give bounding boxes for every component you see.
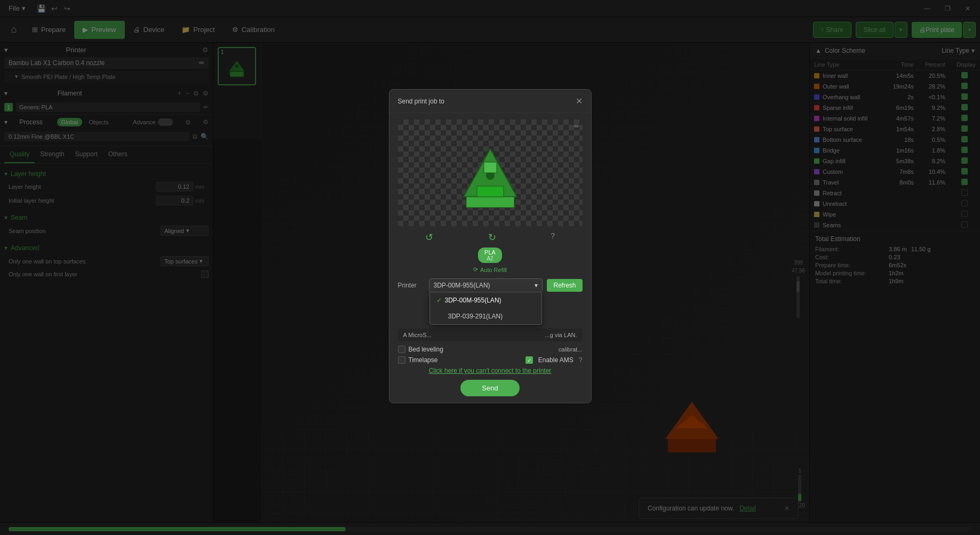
bed-leveling-label: Bed leveling <box>409 346 443 353</box>
ams-help-icon[interactable]: ? <box>579 356 583 364</box>
printer-selected-value: 3DP-00M-955(LAN) <box>434 282 535 289</box>
modal-close-button[interactable]: ✕ <box>576 96 583 106</box>
filament-indicator-row: PLA A2 <box>398 247 583 263</box>
calibrate-label: calibrat... <box>559 346 583 353</box>
svg-rect-7 <box>466 197 514 207</box>
enable-ams-label: Enable AMS <box>538 356 573 364</box>
printer-option-1[interactable]: ✓ 3DP-00M-955(LAN) <box>430 292 542 308</box>
printer-selector-row: Printer 3DP-00M-955(LAN) ▾ ✓ 3DP-00M-955… <box>398 278 583 292</box>
bed-leveling-checkbox[interactable] <box>398 346 405 353</box>
auto-refill-toggle[interactable]: ⟳ Auto Refill <box>473 266 507 273</box>
printer-option-2[interactable]: 3DP-039-291(LAN) <box>430 308 542 324</box>
modal-body: ✏ ↺ ↻ ? PLA A2 <box>389 113 591 403</box>
printer-option-1-label: 3DP-00M-955(LAN) <box>445 297 501 304</box>
printer-select-chevron: ▾ <box>535 282 538 289</box>
send-print-modal: Send print job to ✕ ✏ ↺ ↻ ? <box>389 89 592 403</box>
send-button[interactable]: Send <box>460 380 519 396</box>
auto-refill-icon: ⟳ <box>473 266 478 273</box>
timelapse-checkbox[interactable] <box>398 356 405 364</box>
check-icon: ✓ <box>436 297 442 304</box>
filament-pill: PLA A2 <box>478 247 502 263</box>
timelapse-row: Timelapse ✓ Enable AMS ? <box>398 356 583 364</box>
rotate-left-icon[interactable]: ↺ <box>425 231 433 243</box>
bed-leveling-row: Bed leveling calibrat... <box>398 346 583 353</box>
auto-refill-label: Auto Refill <box>480 267 507 273</box>
help-icon[interactable]: ? <box>551 231 555 243</box>
enable-ams-checkbox[interactable]: ✓ <box>525 356 533 364</box>
modal-title: Send print job to <box>398 98 444 105</box>
printer-select[interactable]: 3DP-00M-955(LAN) ▾ ✓ 3DP-00M-955(LAN) 3D… <box>429 278 543 292</box>
printer-option-2-label: 3DP-039-291(LAN) <box>448 313 503 320</box>
preview-edit-icon[interactable]: ✏ <box>574 123 579 130</box>
printer-dropdown: ✓ 3DP-00M-955(LAN) 3DP-039-291(LAN) <box>429 292 543 325</box>
svg-rect-8 <box>477 186 504 197</box>
rotate-controls: ↺ ↻ ? <box>398 231 583 243</box>
filament-id-label: A2 <box>484 255 496 261</box>
microsd-text2: ...g via LAN. <box>545 332 577 338</box>
modal-model-preview <box>448 133 533 213</box>
microsd-notice: A MicroS... ...g via LAN. <box>398 329 583 341</box>
modal-header: Send print job to ✕ <box>389 90 591 113</box>
printer-field-label: Printer <box>398 282 425 289</box>
modal-preview: ✏ <box>398 119 583 226</box>
modal-overlay[interactable]: Send print job to ✕ ✏ ↺ ↻ ? <box>0 0 980 535</box>
rotate-right-icon[interactable]: ↻ <box>488 231 496 243</box>
timelapse-label: Timelapse <box>409 356 438 364</box>
send-button-wrap: Send <box>398 380 583 396</box>
microsd-text: A MicroS... <box>403 332 432 338</box>
svg-rect-10 <box>484 162 497 173</box>
refresh-button[interactable]: Refresh <box>547 279 582 292</box>
filament-type-label: PLA <box>484 249 496 255</box>
cant-connect-link[interactable]: Click here if you can't connect to the p… <box>398 367 583 374</box>
